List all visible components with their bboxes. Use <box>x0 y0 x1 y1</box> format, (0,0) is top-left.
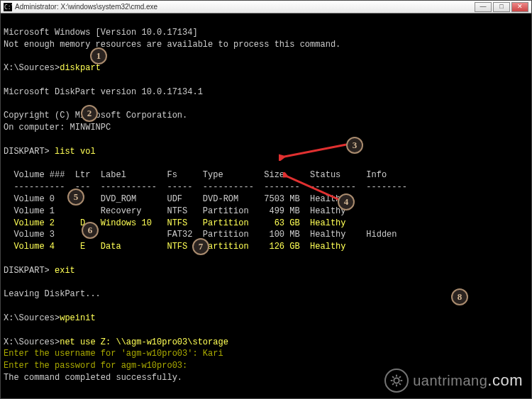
prompt-line: X:\Sources>diskpart <box>4 63 101 73</box>
annotation-badge-3: 3 <box>346 137 363 154</box>
svg-text:C:\: C:\ <box>4 4 12 11</box>
close-button[interactable]: ✕ <box>511 2 528 12</box>
watermark-text: uantrimang.com <box>413 370 523 392</box>
annotation-badge-5: 5 <box>67 189 84 206</box>
annotation-badge-8: 8 <box>451 288 468 305</box>
output-line: Enter the password for agm-w10pro03: <box>4 361 187 371</box>
svg-line-11 <box>392 376 394 378</box>
svg-line-13 <box>392 383 394 385</box>
window-title: Administrator: X:\windows\system32\cmd.e… <box>15 2 475 12</box>
cmd-window: C:\ Administrator: X:\windows\system32\c… <box>0 0 532 399</box>
command-text: exit <box>55 266 75 276</box>
annotation-badge-6: 6 <box>82 222 99 239</box>
output-line: On computer: MINWINPC <box>4 123 111 133</box>
table-row-highlighted: Volume 4 E Data NTFS Partition 126 GB He… <box>4 242 345 252</box>
cmd-icon: C:\ <box>4 3 12 11</box>
command-text: list vol <box>55 147 96 157</box>
maximize-button[interactable]: □ <box>493 2 510 12</box>
titlebar[interactable]: C:\ Administrator: X:\windows\system32\c… <box>1 1 531 13</box>
annotation-badge-2: 2 <box>81 105 98 122</box>
output-line: Not enough memory resources are availabl… <box>4 40 340 50</box>
command-text: net use Z: \\agm-w10pro03\storage <box>60 337 228 347</box>
output-line: Leaving DiskPart... <box>4 289 101 299</box>
prompt-line: X:\Sources>net use Z: \\agm-w10pro03\sto… <box>4 337 228 347</box>
svg-point-6 <box>394 378 399 383</box>
svg-line-14 <box>399 376 401 378</box>
table-row-highlighted: Volume 2 D Windows 10 NTFS Partition 63 … <box>4 218 345 228</box>
prompt-line: DISKPART> exit <box>4 266 75 276</box>
output-line: Microsoft Windows [Version 10.0.17134] <box>4 28 198 38</box>
annotation-badge-4: 4 <box>338 193 355 210</box>
annotation-arrow <box>279 140 350 161</box>
svg-line-3 <box>284 145 346 157</box>
output-line: Microsoft DiskPart version 10.0.17134.1 <box>4 87 203 97</box>
command-text: diskpart <box>60 63 101 73</box>
prompt-line: X:\Sources>wpeinit <box>4 313 96 323</box>
svg-line-5 <box>287 176 341 201</box>
output-line: Enter the username for 'agm-w10pro03': K… <box>4 349 223 359</box>
table-row: Volume 1 Recovery NTFS Partition 499 MB … <box>4 206 345 216</box>
watermark-icon <box>384 369 409 393</box>
output-line: The command completed successfully. <box>4 373 182 383</box>
prompt-line: DISKPART> list vol <box>4 147 96 157</box>
minimize-button[interactable]: — <box>475 2 492 12</box>
terminal-output[interactable]: Microsoft Windows [Version 10.0.17134] N… <box>1 13 531 398</box>
svg-line-12 <box>399 383 401 385</box>
command-text: wpeinit <box>60 313 95 323</box>
window-controls: — □ ✕ <box>475 2 528 12</box>
annotation-badge-7: 7 <box>192 238 209 255</box>
watermark: uantrimang.com <box>384 369 523 393</box>
annotation-badge-1: 1 <box>90 47 107 64</box>
